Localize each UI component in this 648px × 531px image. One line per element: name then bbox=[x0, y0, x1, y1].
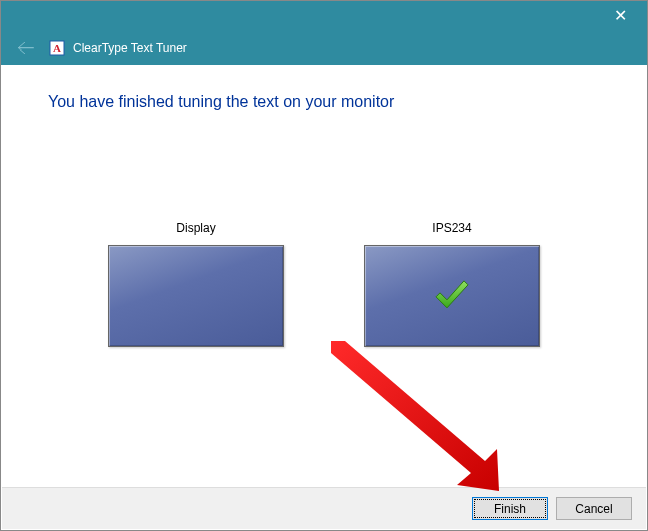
svg-text:A: A bbox=[53, 42, 61, 54]
title-bar: ✕ bbox=[1, 1, 647, 31]
window-title: ClearType Text Tuner bbox=[73, 41, 187, 55]
checkmark-icon bbox=[430, 275, 474, 322]
finish-button[interactable]: Finish bbox=[472, 497, 548, 520]
display-list: Display IPS234 bbox=[2, 221, 646, 347]
content-area: You have finished tuning the text on you… bbox=[2, 65, 646, 486]
footer-bar: Finish Cancel bbox=[2, 487, 646, 529]
app-icon: A bbox=[49, 40, 65, 56]
display-thumbnail[interactable] bbox=[364, 245, 540, 347]
close-icon[interactable]: ✕ bbox=[604, 4, 637, 28]
header-bar: 🡠 A ClearType Text Tuner bbox=[1, 31, 647, 65]
back-arrow-icon[interactable]: 🡠 bbox=[11, 36, 41, 61]
display-label: IPS234 bbox=[432, 221, 471, 235]
cancel-button[interactable]: Cancel bbox=[556, 497, 632, 520]
display-thumbnail[interactable] bbox=[108, 245, 284, 347]
display-item: Display bbox=[108, 221, 284, 347]
display-item: IPS234 bbox=[364, 221, 540, 347]
display-label: Display bbox=[176, 221, 215, 235]
page-heading: You have finished tuning the text on you… bbox=[2, 65, 646, 111]
